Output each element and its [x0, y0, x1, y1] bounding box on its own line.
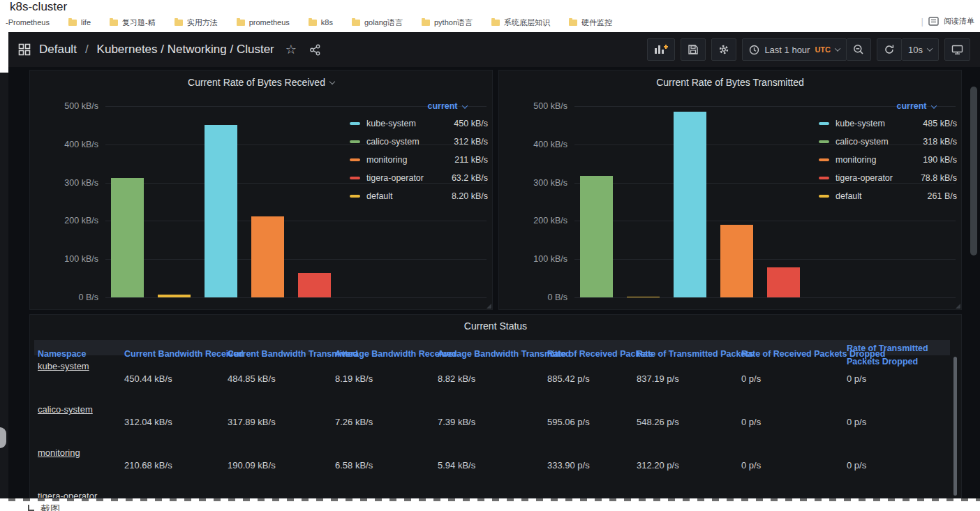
panel-menu-caret-icon[interactable]	[329, 78, 335, 84]
cycle-view-mode-button[interactable]	[944, 38, 970, 61]
refresh-interval-dropdown[interactable]: 10s	[902, 38, 939, 61]
bookmark-label: -Prometheus	[6, 18, 50, 27]
breadcrumb-separator: /	[85, 43, 89, 57]
panel-bytes-received: Current Rate of Bytes Received 500 kB/s4…	[29, 70, 493, 310]
bookmark-item[interactable]: 硬件监控	[569, 17, 612, 28]
legend-series-value: 485 kB/s	[923, 119, 957, 128]
chart-legend: current kube-system485 kB/scalico-system…	[819, 101, 957, 205]
breadcrumb-dashboard-name[interactable]: Kubernetes / Networking / Cluster	[97, 43, 274, 57]
table-cell: 5.94 kB/s	[434, 442, 544, 485]
bookmark-label: golang语言	[364, 17, 403, 28]
legend-item[interactable]: default261 B/s	[819, 187, 957, 205]
save-dashboard-button[interactable]	[681, 38, 706, 61]
y-axis-label: 500 kB/s	[38, 101, 98, 111]
chart-panels-row: Current Rate of Bytes Received 500 kB/s4…	[29, 70, 962, 310]
dashboard-settings-button[interactable]	[711, 38, 736, 61]
legend-item[interactable]: monitoring190 kB/s	[819, 151, 957, 169]
legend-item[interactable]: calico-system312 kB/s	[350, 133, 488, 151]
table-cell: 0 p/s	[738, 399, 843, 442]
refresh-button[interactable]	[877, 38, 902, 61]
y-axis-label: 200 kB/s	[507, 216, 567, 225]
legend-series-name: monitoring	[836, 155, 923, 165]
bookmark-item[interactable]: golang语言	[352, 17, 403, 28]
divider: |	[921, 16, 923, 27]
legend-series-name: default	[366, 191, 452, 201]
bookmark-item[interactable]: 实用方法	[175, 17, 218, 28]
table-cell: 7.39 kB/s	[434, 399, 544, 442]
time-range-picker[interactable]: Last 1 hour UTC	[742, 38, 847, 61]
bookmarks-bar: -Prometheuslife复习题-精实用方法prometheusk8sgol…	[6, 16, 612, 29]
legend-item[interactable]: kube-system450 kB/s	[350, 114, 488, 133]
namespace-link[interactable]: tigera-operator	[38, 491, 97, 498]
legend-sort-header[interactable]: current	[350, 101, 488, 111]
legend-item[interactable]: default8.20 kB/s	[350, 187, 488, 205]
bookmark-item[interactable]: python语言	[422, 17, 473, 28]
panel-title[interactable]: Current Rate of Bytes Transmitted	[499, 77, 961, 88]
reading-list-label: 阅读清单	[944, 16, 974, 27]
namespace-link[interactable]: kube-system	[38, 361, 89, 371]
bookmark-item[interactable]: 复习题-精	[110, 17, 156, 28]
bookmark-item[interactable]: prometheus	[237, 18, 290, 27]
zoom-out-button[interactable]	[847, 38, 871, 61]
sidebar-handle[interactable]	[0, 427, 6, 448]
bookmark-label: prometheus	[249, 18, 290, 27]
table-cell: 210.68 kB/s	[121, 442, 224, 485]
tv-monitor-icon	[951, 45, 963, 55]
chevron-down-icon	[927, 45, 933, 51]
bar-monitoring	[720, 225, 753, 297]
table-cell: 190.09 kB/s	[224, 442, 332, 485]
gear-icon	[718, 44, 729, 55]
y-axis-label: 0 B/s	[38, 292, 98, 302]
legend-series-name: calico-system	[836, 137, 923, 147]
add-panel-button[interactable]	[647, 38, 675, 61]
refresh-group: 10s	[877, 38, 939, 61]
folder-icon	[309, 20, 317, 26]
bookmark-label: python语言	[434, 17, 473, 28]
bookmark-label: life	[81, 18, 91, 27]
legend-item[interactable]: tigera-operator78.8 kB/s	[819, 169, 957, 187]
gridline	[105, 297, 487, 298]
table-row: tigera-operator	[34, 485, 950, 498]
time-controls-group: Last 1 hour UTC	[742, 38, 871, 61]
share-icon[interactable]	[309, 44, 321, 56]
legend-item[interactable]: calico-system318 kB/s	[819, 133, 957, 151]
y-axis-label: 400 kB/s	[507, 140, 567, 149]
bar-default	[158, 295, 191, 297]
breadcrumb-folder[interactable]: Default	[39, 43, 77, 57]
table-scrollbar[interactable]	[953, 357, 957, 496]
bookmark-item[interactable]: 系统底层知识	[491, 17, 550, 28]
panel-resize-handle[interactable]	[956, 304, 960, 309]
bookmark-label: 系统底层知识	[504, 17, 550, 28]
folder-icon	[491, 20, 500, 26]
namespace-link[interactable]: calico-system	[38, 404, 93, 415]
bookmark-item[interactable]: life	[68, 18, 91, 27]
bar-kube-system	[674, 112, 706, 297]
bar-monitoring	[251, 216, 284, 297]
folder-icon	[569, 20, 577, 26]
save-icon	[688, 44, 699, 55]
legend-item[interactable]: tigera-operator63.2 kB/s	[350, 169, 488, 187]
bookmark-item[interactable]: k8s	[309, 18, 333, 27]
legend-swatch	[350, 122, 360, 125]
panel-title[interactable]: Current Rate of Bytes Received	[30, 77, 492, 88]
table-cell: 6.58 kB/s	[332, 442, 434, 485]
panel-resize-handle[interactable]	[487, 304, 491, 309]
table-cell: 484.85 kB/s	[224, 355, 332, 399]
legend-item[interactable]: kube-system485 kB/s	[819, 114, 957, 133]
table-panel-title[interactable]: Current Status	[30, 320, 961, 332]
y-axis-label: 300 kB/s	[38, 178, 98, 188]
page-scrollbar[interactable]	[970, 87, 977, 256]
bar-tigera-operator	[767, 267, 800, 297]
legend-swatch	[819, 158, 829, 161]
table-body: kube-system450.44 kB/s484.85 kB/s8.19 kB…	[34, 355, 950, 498]
legend-series-value: 211 kB/s	[454, 155, 488, 165]
legend-sort-header[interactable]: current	[819, 101, 957, 111]
folder-icon	[68, 20, 77, 26]
gridline	[574, 297, 956, 298]
namespace-link[interactable]: monitoring	[38, 447, 80, 458]
reading-list[interactable]: | 阅读清单	[921, 16, 974, 27]
bookmark-item[interactable]: -Prometheus	[6, 18, 50, 27]
legend-item[interactable]: monitoring211 kB/s	[350, 151, 488, 169]
favorite-star-icon[interactable]: ☆	[285, 42, 297, 57]
folder-icon	[175, 20, 183, 26]
